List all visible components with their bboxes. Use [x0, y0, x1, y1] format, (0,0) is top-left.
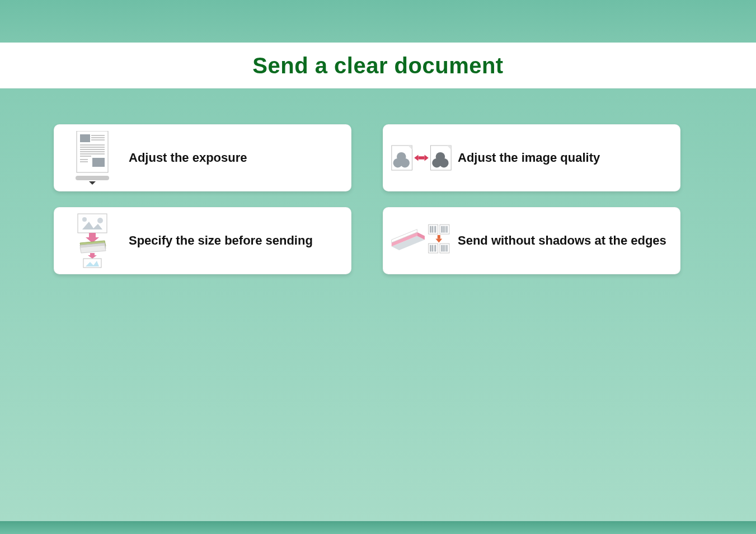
- card-label: Specify the size before sending: [123, 233, 338, 249]
- svg-rect-13: [92, 158, 105, 167]
- svg-rect-38: [90, 253, 95, 255]
- svg-rect-22: [419, 156, 425, 160]
- svg-rect-10: [80, 156, 91, 157]
- svg-rect-9: [80, 153, 105, 154]
- svg-rect-51: [431, 226, 432, 233]
- card-adjust-exposure[interactable]: Adjust the exposure: [54, 124, 351, 191]
- svg-rect-58: [445, 226, 446, 233]
- specify-size-icon: [62, 213, 123, 269]
- svg-rect-53: [434, 226, 435, 233]
- svg-rect-47: [440, 224, 449, 234]
- svg-rect-5: [80, 144, 105, 146]
- card-grid: Adjust the exposure: [54, 124, 680, 274]
- content-area: Adjust the exposure: [0, 88, 756, 274]
- svg-marker-15: [89, 181, 96, 185]
- svg-point-30: [82, 217, 87, 222]
- svg-rect-60: [430, 245, 431, 252]
- svg-marker-71: [435, 239, 442, 243]
- svg-rect-54: [435, 226, 436, 233]
- svg-rect-63: [434, 245, 435, 252]
- svg-rect-11: [80, 159, 88, 160]
- svg-rect-49: [440, 243, 449, 253]
- svg-rect-7: [80, 149, 105, 150]
- svg-rect-3: [91, 137, 105, 138]
- svg-point-20: [397, 152, 406, 162]
- svg-rect-68: [445, 245, 446, 252]
- svg-rect-8: [80, 151, 105, 152]
- svg-point-31: [97, 218, 103, 223]
- svg-rect-65: [442, 245, 443, 252]
- card-label: Adjust the image quality: [452, 150, 667, 166]
- svg-rect-59: [447, 226, 448, 233]
- top-band: [0, 0, 756, 43]
- card-adjust-image-quality[interactable]: Adjust the image quality: [383, 124, 680, 191]
- svg-rect-55: [442, 226, 443, 233]
- svg-rect-66: [443, 245, 443, 252]
- title-bar: Send a clear document: [0, 43, 756, 88]
- svg-point-28: [436, 152, 445, 162]
- svg-marker-21: [414, 155, 418, 161]
- svg-rect-64: [435, 245, 436, 252]
- bottom-bar: [0, 521, 756, 534]
- svg-rect-29: [78, 214, 107, 233]
- svg-rect-57: [444, 226, 445, 233]
- svg-rect-52: [432, 226, 433, 233]
- page-title: Send a clear document: [252, 53, 503, 78]
- svg-rect-14: [76, 176, 109, 180]
- svg-rect-4: [91, 139, 105, 140]
- svg-marker-23: [425, 155, 429, 161]
- card-label: Adjust the exposure: [123, 150, 338, 166]
- svg-rect-61: [431, 245, 432, 252]
- svg-rect-62: [432, 245, 433, 252]
- card-label: Send without shadows at the edges: [452, 233, 667, 249]
- svg-rect-12: [80, 161, 88, 162]
- svg-rect-69: [447, 245, 448, 252]
- image-quality-icon: [391, 130, 452, 186]
- card-specify-size[interactable]: Specify the size before sending: [54, 207, 351, 274]
- card-edge-shadows[interactable]: Send without shadows at the edges: [383, 207, 680, 274]
- svg-rect-2: [91, 135, 105, 136]
- svg-rect-1: [80, 134, 90, 142]
- svg-rect-6: [80, 147, 105, 148]
- svg-rect-33: [89, 233, 96, 237]
- svg-rect-67: [444, 245, 445, 252]
- svg-rect-70: [438, 235, 440, 239]
- svg-rect-56: [443, 226, 443, 233]
- svg-marker-39: [88, 255, 97, 259]
- svg-rect-50: [430, 226, 431, 233]
- edge-shadow-icon: [391, 213, 452, 269]
- exposure-icon: [62, 130, 123, 186]
